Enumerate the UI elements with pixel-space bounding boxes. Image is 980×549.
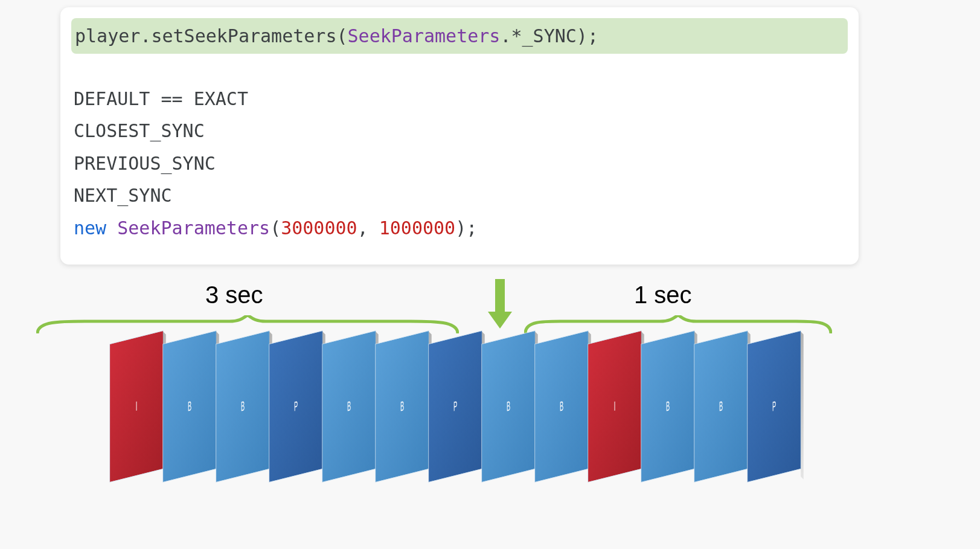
code-punct: , <box>357 217 379 239</box>
code-line: PREVIOUS_SYNC <box>74 153 216 174</box>
highlighted-code-line: player.setSeekParameters(SeekParameters.… <box>71 18 848 54</box>
gop-diagram: 3 sec 1 sec IBBPBBPBBIBBP <box>0 275 980 535</box>
code-body: DEFAULT == EXACT CLOSEST_SYNC PREVIOUS_S… <box>74 83 859 244</box>
code-card: player.setSeekParameters(SeekParameters.… <box>60 7 859 265</box>
left-brace-icon <box>36 315 459 336</box>
frame-label: B <box>400 398 404 415</box>
frame-label: P <box>772 398 776 415</box>
code-text: .*_SYNC); <box>500 25 598 47</box>
frame-p: P <box>428 330 482 483</box>
code-type: SeekParameters <box>348 25 501 47</box>
code-punct: ); <box>455 217 477 239</box>
frame-label: B <box>347 398 351 415</box>
code-line: DEFAULT == EXACT <box>74 88 248 109</box>
frame-i: I <box>109 330 163 483</box>
code-punct: ( <box>270 217 281 239</box>
frame-stack: IBBPBBPBBIBBP <box>72 337 797 518</box>
frame-b: B <box>375 330 429 483</box>
code-keyword: new <box>74 217 117 239</box>
code-line: NEXT_SYNC <box>74 185 172 206</box>
code-number: 1000000 <box>379 217 455 239</box>
frame-label: B <box>241 398 245 415</box>
code-number: 3000000 <box>281 217 357 239</box>
frame-b: B <box>216 330 269 483</box>
frame-label: I <box>136 399 138 415</box>
code-type: SeekParameters <box>117 217 270 239</box>
frame-label: B <box>507 398 510 415</box>
frame-label: P <box>294 398 298 415</box>
right-time-label: 1 sec <box>634 281 692 309</box>
frame-b: B <box>534 330 588 483</box>
frame-b: B <box>322 330 376 483</box>
frame-b: B <box>481 330 535 483</box>
frame-b: B <box>641 330 694 483</box>
right-brace-icon <box>524 315 832 336</box>
frame-label: P <box>453 398 457 415</box>
frame-i: I <box>588 330 641 483</box>
frame-label: B <box>560 398 563 415</box>
frame-label: I <box>614 399 616 415</box>
frame-p: P <box>747 330 801 483</box>
code-text: player.setSeekParameters( <box>75 25 348 47</box>
frame-b: B <box>694 330 748 483</box>
frame-label: B <box>719 398 723 415</box>
code-line: CLOSEST_SYNC <box>74 120 205 141</box>
frame-label: B <box>188 398 191 415</box>
left-time-label: 3 sec <box>205 281 263 309</box>
frame-b: B <box>162 330 216 483</box>
frame-p: P <box>269 330 322 483</box>
seek-arrow-icon <box>493 279 507 331</box>
frame-label: B <box>666 398 670 415</box>
